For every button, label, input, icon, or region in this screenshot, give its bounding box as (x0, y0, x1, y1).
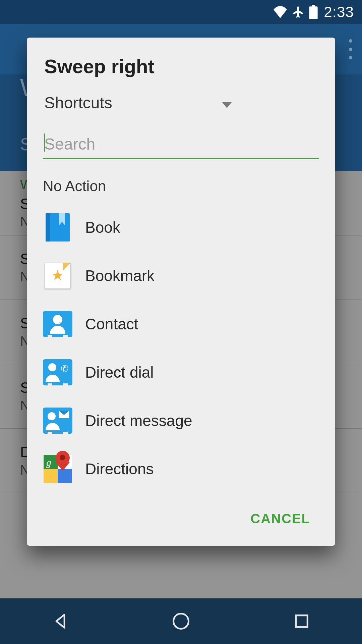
list-item-direct-message[interactable]: Direct message (43, 396, 319, 445)
direct-dial-icon: ✆ (43, 358, 72, 387)
list-item-label: Direct message (85, 412, 192, 430)
category-dropdown[interactable]: Shortcuts (43, 94, 319, 112)
cancel-button[interactable]: CANCEL (242, 505, 319, 532)
search-input[interactable] (43, 131, 319, 159)
svg-point-0 (174, 614, 189, 629)
search-field-wrap (40, 131, 322, 159)
text-caret (44, 133, 45, 152)
nav-back-button[interactable] (47, 608, 74, 635)
sweep-right-dialog: Sweep right Shortcuts No Action Book ★ B… (27, 38, 335, 546)
list-item-label: Book (85, 218, 120, 236)
svg-rect-1 (296, 615, 308, 627)
dialog-actions: CANCEL (43, 493, 319, 532)
dialog-title: Sweep right (43, 55, 319, 77)
book-icon (43, 213, 72, 242)
nav-home-button[interactable] (168, 608, 194, 635)
no-action-item[interactable]: No Action (43, 170, 319, 203)
directions-icon: g (43, 454, 72, 484)
nav-recents-button[interactable] (288, 608, 315, 635)
navigation-bar (0, 598, 362, 644)
contact-icon (43, 309, 72, 339)
list-item-label: Bookmark (85, 267, 155, 285)
list-item-label: Direct dial (85, 363, 154, 381)
list-item-label: Contact (85, 315, 138, 333)
bookmark-icon: ★ (43, 261, 72, 290)
direct-message-icon (43, 406, 72, 435)
list-item-bookmark[interactable]: ★ Bookmark (43, 252, 319, 300)
list-item-label: Directions (85, 460, 154, 478)
dropdown-label: Shortcuts (44, 94, 112, 112)
list-item-book[interactable]: Book (43, 203, 319, 252)
list-item-directions[interactable]: g Directions (43, 445, 319, 493)
chevron-down-icon (222, 94, 232, 112)
list-item-direct-dial[interactable]: ✆ Direct dial (43, 348, 319, 396)
list-item-contact[interactable]: Contact (43, 300, 319, 348)
shortcut-list: Book ★ Bookmark Contact ✆ Direct dial Di… (43, 203, 319, 493)
